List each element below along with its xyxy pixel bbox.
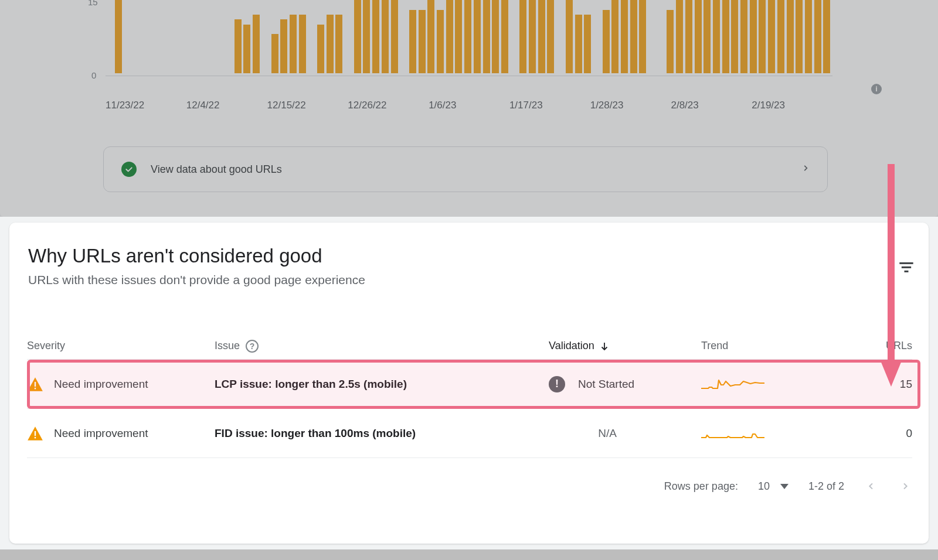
prev-page-button[interactable] [864,479,878,493]
chevron-down-icon [780,484,789,489]
svg-rect-0 [899,262,913,264]
table-header: Severity Issue ? Validation Trend URLs [27,333,912,360]
warning-icon [27,377,43,392]
urls-count: 0 [830,427,912,440]
urls-count: 15 [830,378,912,391]
page-range: 1-2 of 2 [808,480,844,493]
rows-per-page-label: Rows per page: [664,480,738,493]
trend-sparkline [701,373,772,392]
panel-title: Why URLs aren't considered good [28,245,322,267]
check-circle-icon [121,162,137,177]
warning-icon [27,426,43,441]
sort-descending-icon [599,341,610,351]
dimmed-background: 15 0 i 11/23/22 12/4/22 12/15/22 12/26/2… [0,0,938,217]
col-urls[interactable]: URLs [830,340,912,352]
y-axis-tick: 15 [88,0,98,7]
table-row[interactable]: Need improvement FID issue: longer than … [27,409,912,458]
trend-sparkline [701,422,772,441]
severity-label: Need improvement [54,378,148,391]
col-severity[interactable]: Severity [27,340,215,352]
svg-rect-4 [35,381,36,386]
table-pagination: Rows per page: 10 1-2 of 2 [27,467,912,505]
svg-rect-7 [35,436,36,438]
col-validation[interactable]: Validation [549,340,701,352]
x-axis: 11/23/22 12/4/22 12/15/22 12/26/22 1/6/2… [106,100,832,114]
not-started-icon: ! [549,376,565,392]
filter-icon[interactable] [898,259,915,275]
table-row[interactable]: Need improvement LCP issue: longer than … [27,360,912,409]
panel-subtitle: URLs with these issues don't provide a g… [28,273,365,287]
svg-rect-6 [35,431,36,435]
next-page-button[interactable] [898,479,912,493]
svg-rect-5 [35,387,36,389]
validation-status: ! Not Started [549,376,701,392]
info-icon: i [871,84,882,94]
issues-panel: Why URLs aren't considered good URLs wit… [9,223,929,544]
bottom-grey-strip [0,549,938,560]
severity-label: Need improvement [54,427,148,440]
issue-label: LCP issue: longer than 2.5s (mobile) [215,378,549,391]
svg-rect-2 [905,271,909,272]
chevron-right-icon [801,162,810,177]
good-urls-card[interactable]: View data about good URLs [103,146,828,192]
issue-label: FID issue: longer than 100ms (mobile) [215,427,549,440]
y-axis-tick: 0 [91,70,96,80]
validation-status: N/A [549,427,701,440]
col-trend[interactable]: Trend [701,340,830,352]
col-issue[interactable]: Issue ? [215,340,549,353]
bar-chart: 15 0 [82,0,832,76]
svg-rect-1 [902,267,911,268]
good-urls-label: View data about good URLs [151,163,282,176]
rows-per-page-select[interactable]: 10 [758,480,789,493]
help-icon[interactable]: ? [246,340,259,353]
